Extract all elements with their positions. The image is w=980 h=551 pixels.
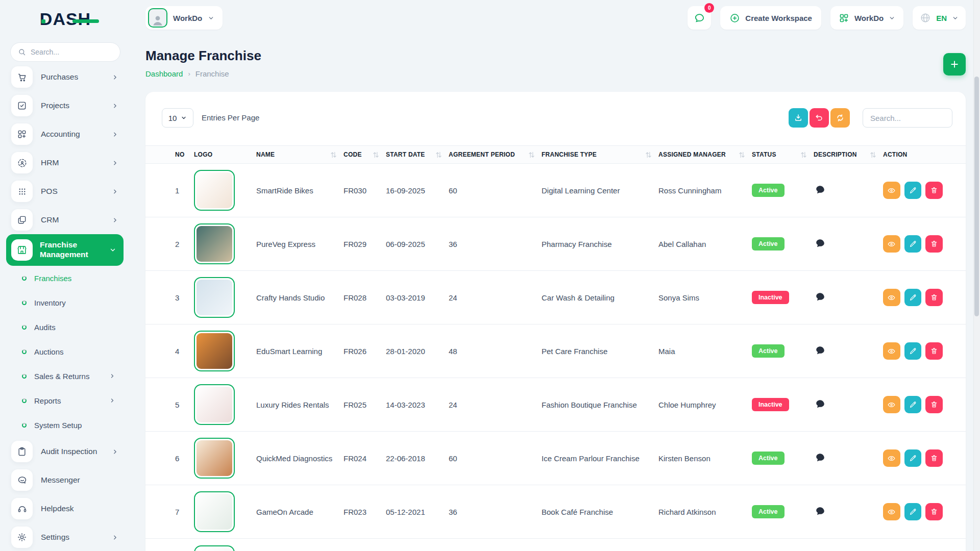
sidebar-subitem-audits[interactable]: Audits — [0, 315, 131, 339]
sidebar-subitem-system-setup[interactable]: System Setup — [0, 413, 131, 437]
bullet-icon — [22, 325, 27, 330]
workspace-switcher[interactable]: WorkDo — [145, 6, 223, 30]
view-button[interactable] — [883, 289, 900, 306]
delete-button[interactable] — [925, 342, 943, 360]
sidebar-item-label: Messenger — [41, 475, 104, 485]
cell-start-date: 28-01-2020 — [386, 347, 449, 356]
sidebar-subitem-auctions[interactable]: Auctions — [0, 339, 131, 364]
cell-agreement-period: 24 — [449, 293, 542, 302]
edit-button[interactable] — [904, 289, 922, 306]
sort-icon — [436, 152, 442, 158]
sidebar-search-input[interactable] — [31, 48, 107, 56]
sidebar-item-audit-inspection[interactable]: Audit Inspection — [0, 437, 131, 466]
column-header-franchise-type[interactable]: FRANCHISE TYPE — [542, 151, 658, 158]
delete-button[interactable] — [925, 182, 943, 199]
edit-button[interactable] — [904, 235, 922, 253]
table-row — [145, 539, 966, 551]
workdo-menu-button[interactable]: WorkDo — [830, 6, 903, 30]
create-workspace-button[interactable]: Create Workspace — [720, 6, 821, 30]
sidebar-subitem-sales-returns[interactable]: Sales & Returns — [0, 364, 131, 388]
status-badge: Inactive — [752, 398, 789, 411]
scrollbar-thumb[interactable] — [974, 77, 979, 316]
edit-button[interactable] — [904, 182, 922, 199]
column-header-code[interactable]: CODE — [344, 151, 386, 158]
breadcrumb-dashboard-link[interactable]: Dashboard — [145, 69, 183, 78]
edit-button[interactable] — [904, 503, 922, 520]
delete-button[interactable] — [925, 289, 943, 306]
export-download-button[interactable] — [789, 108, 808, 128]
description-chat-icon[interactable] — [815, 452, 826, 463]
cell-no: 2 — [175, 240, 194, 248]
description-chat-icon[interactable] — [815, 291, 826, 303]
sidebar-item-purchases[interactable]: Purchases — [0, 63, 131, 91]
view-button[interactable] — [883, 342, 900, 360]
sidebar-item-crm[interactable]: CRM — [0, 206, 131, 234]
cell-agreement-period: 60 — [449, 454, 542, 463]
chat-bubble-icon — [694, 12, 705, 24]
franchise-logo — [194, 277, 235, 318]
main-content: WorkDo 0 Create Workspace — [131, 0, 980, 551]
messages-button[interactable]: 0 — [688, 6, 711, 30]
column-header-assigned-manager[interactable]: ASSIGNED MANAGER — [658, 151, 752, 158]
breadcrumb: Dashboard › Franchise — [145, 69, 229, 78]
sidebar-item-helpdesk[interactable]: Helpdesk — [0, 494, 131, 523]
cell-code: FR024 — [344, 454, 386, 463]
description-chat-icon[interactable] — [815, 506, 826, 517]
sidebar-item-accounting[interactable]: Accounting — [0, 120, 131, 148]
sidebar-item-messenger[interactable]: Messenger — [0, 466, 131, 494]
edit-button[interactable] — [904, 449, 922, 467]
sidebar-item-projects[interactable]: Projects — [0, 91, 131, 120]
sidebar-subitem-franchises[interactable]: Franchises — [0, 266, 131, 290]
delete-button[interactable] — [925, 235, 943, 253]
cell-code: FR028 — [344, 293, 386, 302]
edit-button[interactable] — [904, 342, 922, 360]
view-button[interactable] — [883, 449, 900, 467]
refresh-button[interactable] — [830, 108, 850, 128]
column-header-name[interactable]: NAME — [256, 151, 344, 158]
cell-code: FR030 — [344, 186, 386, 195]
column-header-no: NO — [175, 151, 194, 158]
column-header-description[interactable]: DESCRIPTION — [814, 151, 883, 158]
description-chat-icon[interactable] — [815, 345, 826, 356]
description-chat-icon[interactable] — [815, 238, 826, 249]
add-franchise-button[interactable] — [943, 53, 966, 76]
view-button[interactable] — [883, 235, 900, 253]
cell-name: EduSmart Learning — [256, 347, 344, 356]
edit-button[interactable] — [904, 396, 922, 413]
page-scrollbar — [973, 0, 980, 551]
undo-button[interactable] — [810, 108, 829, 128]
language-selector[interactable]: EN — [913, 6, 966, 30]
chevron-down-icon — [181, 115, 187, 121]
chevron-right-icon — [109, 373, 115, 379]
chevron-down-icon — [109, 246, 116, 254]
sidebar-item-franchise-management[interactable]: Franchise Management — [6, 234, 124, 266]
sidebar-subitem-inventory[interactable]: Inventory — [0, 290, 131, 315]
sidebar-item-label: Helpdesk — [41, 504, 104, 513]
view-button[interactable] — [883, 182, 900, 199]
bullet-icon — [22, 374, 27, 379]
eye-icon — [887, 240, 896, 248]
sidebar-item-pos[interactable]: POS — [0, 177, 131, 206]
chevron-right-icon — [112, 534, 118, 541]
sidebar-subitem-reports[interactable]: Reports — [0, 388, 131, 413]
column-header-start-date[interactable]: START DATE — [386, 151, 449, 158]
view-button[interactable] — [883, 396, 900, 413]
column-header-status[interactable]: STATUS — [752, 151, 814, 158]
view-button[interactable] — [883, 503, 900, 520]
sidebar-item-settings[interactable]: Settings — [0, 523, 131, 551]
description-chat-icon[interactable] — [815, 398, 826, 410]
cell-start-date: 06-09-2025 — [386, 240, 449, 248]
sidebar-item-label: Franchise Management — [40, 240, 102, 259]
delete-button[interactable] — [925, 396, 943, 413]
cell-no: 4 — [175, 347, 194, 356]
cell-assigned-manager: Maia — [658, 347, 752, 356]
description-chat-icon[interactable] — [815, 184, 826, 195]
entries-per-page-select[interactable]: 10 — [162, 108, 193, 128]
bullet-icon — [22, 423, 27, 428]
delete-button[interactable] — [925, 449, 943, 467]
sidebar-item-hrm[interactable]: HRM — [0, 148, 131, 177]
cell-start-date: 03-03-2019 — [386, 293, 449, 302]
table-search-input[interactable] — [863, 108, 952, 128]
delete-button[interactable] — [925, 503, 943, 520]
column-header-agreement-period[interactable]: AGREEMENT PERIOD — [449, 151, 542, 158]
